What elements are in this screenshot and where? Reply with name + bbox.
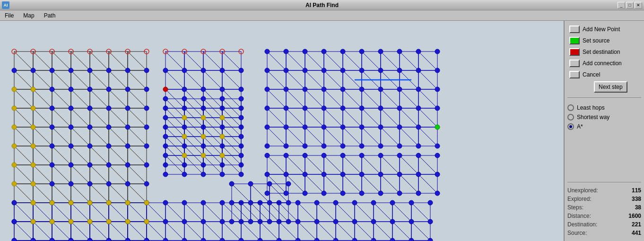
explored-label: Explored: bbox=[567, 196, 592, 202]
shortest-way-circle bbox=[567, 114, 574, 120]
menu-file[interactable]: File bbox=[2, 11, 17, 20]
stats-section: Unexplored: 115 Explored: 338 Steps: 38 … bbox=[567, 182, 641, 237]
menu-path[interactable]: Path bbox=[41, 11, 59, 20]
title-bar: AI AI Path Find _ □ ✕ bbox=[0, 0, 644, 10]
close-button[interactable]: ✕ bbox=[635, 2, 642, 9]
source-label: Source: bbox=[567, 230, 587, 236]
unexplored-label: Unexplored: bbox=[567, 187, 598, 194]
set-source-box bbox=[569, 37, 580, 44]
menu-map[interactable]: Map bbox=[20, 11, 37, 20]
set-source-label: Set source bbox=[583, 37, 609, 44]
sidebar: Add New Point Set source Set destination… bbox=[564, 21, 644, 241]
unexplored-row: Unexplored: 115 bbox=[567, 186, 641, 195]
set-destination-button[interactable]: Set destination bbox=[567, 47, 641, 57]
a-star-radio[interactable]: A* bbox=[567, 123, 641, 130]
a-star-circle bbox=[567, 123, 574, 130]
algorithm-radio-group: Least hops Shortest way A* bbox=[567, 104, 641, 130]
explored-value: 338 bbox=[632, 196, 641, 202]
add-new-point-box bbox=[569, 26, 580, 33]
set-source-button[interactable]: Set source bbox=[567, 36, 641, 45]
distance-row: Distance: 1600 bbox=[567, 212, 641, 220]
a-star-dot bbox=[569, 125, 572, 128]
explored-row: Explored: 338 bbox=[567, 195, 641, 203]
next-step-button[interactable]: Next step bbox=[594, 81, 627, 93]
separator-1 bbox=[567, 97, 641, 98]
source-value: 441 bbox=[632, 230, 641, 236]
shortest-way-radio[interactable]: Shortest way bbox=[567, 114, 641, 120]
least-hops-radio[interactable]: Least hops bbox=[567, 104, 641, 111]
steps-value: 38 bbox=[635, 204, 641, 211]
cancel-button[interactable]: Cancel bbox=[567, 70, 641, 79]
shortest-way-label: Shortest way bbox=[577, 114, 609, 120]
add-new-point-button[interactable]: Add New Point bbox=[567, 25, 641, 34]
set-destination-label: Set destination bbox=[583, 49, 620, 55]
main-area: Add New Point Set source Set destination… bbox=[0, 21, 644, 241]
steps-row: Steps: 38 bbox=[567, 203, 641, 212]
add-connection-box bbox=[569, 60, 580, 67]
destination-value: 221 bbox=[632, 221, 641, 228]
set-destination-box bbox=[569, 48, 580, 56]
least-hops-circle bbox=[567, 104, 574, 111]
least-hops-label: Least hops bbox=[577, 104, 605, 111]
add-new-point-label: Add New Point bbox=[583, 26, 620, 33]
cancel-box bbox=[569, 71, 580, 78]
app-icon: AI bbox=[2, 1, 9, 9]
canvas-area[interactable] bbox=[0, 21, 564, 241]
distance-label: Distance: bbox=[567, 213, 591, 219]
source-row: Source: 441 bbox=[567, 229, 641, 237]
distance-value: 1600 bbox=[628, 213, 641, 219]
add-connection-button[interactable]: Add connection bbox=[567, 59, 641, 68]
window-controls[interactable]: _ □ ✕ bbox=[618, 2, 642, 9]
window-title: AI Path Find bbox=[305, 2, 339, 9]
steps-label: Steps: bbox=[567, 204, 583, 211]
maximize-button[interactable]: □ bbox=[626, 2, 634, 9]
minimize-button[interactable]: _ bbox=[618, 2, 625, 9]
destination-row: Destination: 221 bbox=[567, 220, 641, 229]
destination-label: Destination: bbox=[567, 221, 597, 228]
add-connection-label: Add connection bbox=[583, 60, 622, 67]
a-star-label: A* bbox=[577, 123, 583, 130]
menu-bar: File Map Path bbox=[0, 10, 644, 21]
cancel-label: Cancel bbox=[583, 71, 600, 78]
unexplored-value: 115 bbox=[632, 187, 641, 194]
